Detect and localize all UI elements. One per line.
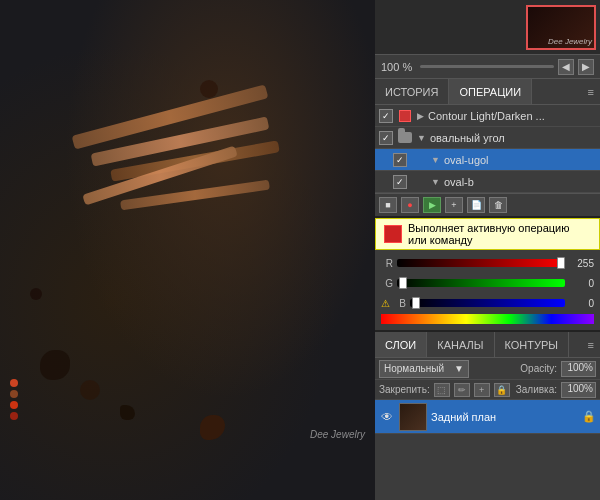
op-folder-icon [397, 130, 413, 146]
nav-prev-btn[interactable]: ◀ [558, 59, 574, 75]
op-checkbox-3[interactable] [393, 153, 407, 167]
r-slider-handle[interactable] [557, 257, 565, 269]
op-delete-btn[interactable]: 🗑 [489, 197, 507, 213]
op-stop-btn[interactable]: ■ [379, 197, 397, 213]
g-slider-track[interactable] [397, 279, 565, 287]
layer-row-background[interactable]: 👁 Задний план 🔒 [375, 400, 600, 434]
op-label-3: oval-ugol [444, 154, 596, 166]
op-row-2[interactable]: ▼ овальный угол [375, 127, 600, 149]
color-row-r: R 255 [381, 254, 594, 272]
lock-paint-btn[interactable]: ✏ [454, 383, 470, 397]
layers-tabs-bar: СЛОИ КАНАЛЫ КОНТУРЫ ≡ [375, 332, 600, 358]
op-new-action-btn[interactable]: 📄 [467, 197, 485, 213]
tooltip-area: Выполняет активную операцию или команду [375, 218, 600, 250]
lock-position-btn[interactable]: + [474, 383, 490, 397]
b-label: B [394, 298, 406, 309]
photo-watermark: Dee Jewelry [310, 429, 365, 440]
layers-options-bar: Нормальный ▼ Opacity: 100% [375, 358, 600, 380]
op-expand-2[interactable]: ▼ [417, 133, 426, 143]
op-row-4[interactable]: ▼ oval-b [375, 171, 600, 193]
op-checkbox-2[interactable] [379, 131, 393, 145]
layers-menu-btn[interactable]: ≡ [582, 332, 600, 357]
b-value: 0 [569, 298, 594, 309]
opacity-label: Opacity: [520, 363, 557, 374]
fill-input[interactable]: 100% [561, 382, 596, 398]
right-panel: Dee Jewelry 100 % ◀ ▶ ИСТОРИЯ ОПЕРАЦИИ ≡… [375, 0, 600, 500]
op-new-set-btn[interactable]: + [445, 197, 463, 213]
zoom-bar: 100 % ◀ ▶ [375, 55, 600, 79]
color-row-g: G 0 [381, 274, 594, 292]
op-label-4: oval-b [444, 176, 596, 188]
panel-tabs-bar: ИСТОРИЯ ОПЕРАЦИИ ≡ [375, 79, 600, 105]
b-slider-track[interactable] [410, 299, 565, 307]
r-slider-track[interactable] [397, 259, 565, 267]
op-checkbox-1[interactable] [379, 109, 393, 123]
op-expand-3[interactable]: ▼ [431, 155, 440, 165]
lock-transparent-btn[interactable]: ⬚ [434, 383, 450, 397]
opacity-input[interactable]: 100% [561, 361, 596, 377]
tooltip-text: Выполняет активную операцию или команду [408, 222, 591, 246]
layer-visibility-btn[interactable]: 👁 [379, 409, 395, 425]
op-row-3[interactable]: ▼ oval-ugol [375, 149, 600, 171]
thumbnail-label: Dee Jewelry [548, 37, 592, 46]
r-label: R [381, 258, 393, 269]
fill-label: Заливка: [516, 384, 557, 395]
op-play-btn[interactable]: ▶ [423, 197, 441, 213]
rainbow-strip [381, 314, 594, 324]
layer-thumbnail-preview: Dee Jewelry [526, 5, 596, 50]
g-value: 0 [569, 278, 594, 289]
thumbnail-strip: Dee Jewelry [375, 0, 600, 55]
tab-paths[interactable]: КОНТУРЫ [495, 332, 570, 357]
photo-canvas: Dee Jewelry [0, 0, 375, 500]
lock-options-row: Закрепить: ⬚ ✏ + 🔒 Заливка: 100% [375, 380, 600, 400]
op-checkbox-4[interactable] [393, 175, 407, 189]
layer-lock-icon: 🔒 [582, 410, 596, 423]
op-expand-1[interactable]: ▶ [417, 111, 424, 121]
b-slider-handle[interactable] [412, 297, 420, 309]
op-row-1[interactable]: ▶ Contour Light/Darken ... [375, 105, 600, 127]
tooltip-color-icon [384, 225, 402, 243]
tab-layers[interactable]: СЛОИ [375, 332, 427, 357]
zoom-value: 100 % [381, 61, 416, 73]
tab-history[interactable]: ИСТОРИЯ [375, 79, 449, 104]
op-label-2: овальный угол [430, 132, 596, 144]
g-label: G [381, 278, 393, 289]
blend-mode-select[interactable]: Нормальный ▼ [379, 360, 469, 378]
op-label-1: Contour Light/Darken ... [428, 110, 596, 122]
layer-name: Задний план [431, 411, 578, 423]
tab-operations[interactable]: ОПЕРАЦИИ [449, 79, 532, 104]
panel-menu-btn[interactable]: ≡ [582, 79, 600, 104]
r-value: 255 [569, 258, 594, 269]
layers-panel: СЛОИ КАНАЛЫ КОНТУРЫ ≡ Нормальный ▼ Opaci… [375, 332, 600, 500]
nav-next-btn[interactable]: ▶ [578, 59, 594, 75]
layer-thumbnail [399, 403, 427, 431]
color-sliders: R 255 G 0 ⚠ B 0 [375, 250, 600, 332]
operations-panel: ▶ Contour Light/Darken ... ▼ овальный уг… [375, 105, 600, 194]
op-expand-4[interactable]: ▼ [431, 177, 440, 187]
warning-icon: ⚠ [381, 298, 390, 309]
op-bottom-bar: ■ ● ▶ + 📄 🗑 [375, 194, 600, 218]
op-icon-red [397, 108, 413, 124]
g-slider-handle[interactable] [399, 277, 407, 289]
tab-channels[interactable]: КАНАЛЫ [427, 332, 494, 357]
lock-all-btn[interactable]: 🔒 [494, 383, 510, 397]
lock-label: Закрепить: [379, 384, 430, 395]
zoom-slider[interactable] [420, 65, 554, 68]
color-row-b: ⚠ B 0 [381, 294, 594, 312]
op-record-btn[interactable]: ● [401, 197, 419, 213]
